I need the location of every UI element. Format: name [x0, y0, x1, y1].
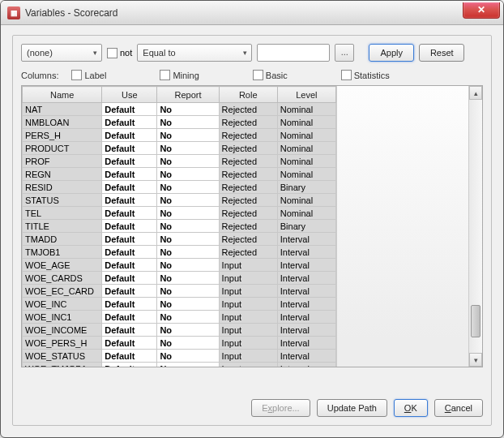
cell-report[interactable]: No	[157, 194, 219, 207]
table-row[interactable]: WOE_INCOMEDefaultNoInputInterval	[23, 324, 336, 337]
cell-level[interactable]: Nominal	[277, 207, 335, 220]
apply-button[interactable]: Apply	[369, 44, 414, 62]
cell-use[interactable]: Default	[102, 116, 157, 129]
cell-name[interactable]: RESID	[23, 181, 102, 194]
cell-level[interactable]: Nominal	[277, 129, 335, 142]
cell-name[interactable]: WOE_STATUS	[23, 350, 102, 363]
cell-role[interactable]: Input	[219, 363, 277, 367]
cell-report[interactable]: No	[157, 168, 219, 181]
cell-name[interactable]: PROF	[23, 155, 102, 168]
table-row[interactable]: PERS_HDefaultNoRejectedNominal	[23, 129, 336, 142]
close-button[interactable]: ✕	[463, 2, 500, 19]
cell-name[interactable]: TEL	[23, 207, 102, 220]
cell-report[interactable]: No	[157, 103, 219, 116]
cell-level[interactable]: Nominal	[277, 194, 335, 207]
cell-role[interactable]: Input	[219, 285, 277, 298]
cell-name[interactable]: PRODUCT	[23, 142, 102, 155]
cell-use[interactable]: Default	[102, 350, 157, 363]
cell-role[interactable]: Input	[219, 311, 277, 324]
cell-name[interactable]: WOE_EC_CARD	[23, 285, 102, 298]
table-row[interactable]: WOE_INCDefaultNoInputInterval	[23, 298, 336, 311]
cell-level[interactable]: Interval	[277, 350, 335, 363]
table-row[interactable]: WOE_CARDSDefaultNoInputInterval	[23, 272, 336, 285]
cell-use[interactable]: Default	[102, 363, 157, 367]
cell-name[interactable]: WOE_AGE	[23, 259, 102, 272]
cell-report[interactable]: No	[157, 155, 219, 168]
cell-level[interactable]: Nominal	[277, 116, 335, 129]
label-checkbox[interactable]	[71, 70, 82, 80]
cell-name[interactable]: WOE_INC	[23, 298, 102, 311]
cell-role[interactable]: Rejected	[219, 103, 277, 116]
cell-use[interactable]: Default	[102, 311, 157, 324]
browse-button[interactable]: ...	[335, 44, 354, 62]
cell-level[interactable]: Interval	[277, 324, 335, 337]
cell-use[interactable]: Default	[102, 194, 157, 207]
not-checkbox[interactable]	[107, 48, 117, 58]
col-header-role[interactable]: Role	[219, 87, 277, 103]
cell-use[interactable]: Default	[102, 142, 157, 155]
not-checkbox-label[interactable]: not	[107, 48, 132, 58]
cell-report[interactable]: No	[157, 311, 219, 324]
col-header-use[interactable]: Use	[102, 87, 157, 103]
cell-report[interactable]: No	[157, 324, 219, 337]
table-row[interactable]: NATDefaultNoRejectedNominal	[23, 103, 336, 116]
scroll-down-icon[interactable]: ▾	[469, 353, 482, 367]
cell-role[interactable]: Rejected	[219, 246, 277, 259]
cell-role[interactable]: Rejected	[219, 116, 277, 129]
cell-use[interactable]: Default	[102, 103, 157, 116]
cell-use[interactable]: Default	[102, 285, 157, 298]
cell-level[interactable]: Interval	[277, 246, 335, 259]
cell-role[interactable]: Rejected	[219, 194, 277, 207]
basic-checkbox[interactable]	[253, 70, 263, 80]
cell-level[interactable]: Binary	[277, 220, 335, 233]
cell-report[interactable]: No	[157, 116, 219, 129]
cell-name[interactable]: WOE_INCOME	[23, 324, 102, 337]
table-row[interactable]: PRODUCTDefaultNoRejectedNominal	[23, 142, 336, 155]
cell-level[interactable]: Interval	[277, 272, 335, 285]
cell-name[interactable]: TMJOB1	[23, 246, 102, 259]
table-row[interactable]: PROFDefaultNoRejectedNominal	[23, 155, 336, 168]
cell-name[interactable]: PERS_H	[23, 129, 102, 142]
cell-use[interactable]: Default	[102, 220, 157, 233]
cell-use[interactable]: Default	[102, 337, 157, 350]
cell-role[interactable]: Input	[219, 350, 277, 363]
cell-role[interactable]: Rejected	[219, 233, 277, 246]
cell-level[interactable]: Interval	[277, 363, 335, 367]
variables-table[interactable]: Name Use Report Role Level NATDefaultNoR…	[22, 86, 336, 367]
cell-name[interactable]: REGN	[23, 168, 102, 181]
cell-use[interactable]: Default	[102, 233, 157, 246]
variable-selector[interactable]: (none)	[21, 44, 102, 62]
cell-role[interactable]: Rejected	[219, 207, 277, 220]
table-row[interactable]: RESIDDefaultNoRejectedBinary	[23, 181, 336, 194]
cell-report[interactable]: No	[157, 233, 219, 246]
cell-level[interactable]: Nominal	[277, 168, 335, 181]
titlebar[interactable]: ▦ Variables - Scorecard ✕	[1, 1, 503, 25]
cancel-button[interactable]: Cancel	[434, 399, 483, 417]
col-header-level[interactable]: Level	[277, 87, 335, 103]
cell-report[interactable]: No	[157, 272, 219, 285]
cell-role[interactable]: Rejected	[219, 129, 277, 142]
cell-use[interactable]: Default	[102, 168, 157, 181]
cell-report[interactable]: No	[157, 259, 219, 272]
cell-use[interactable]: Default	[102, 129, 157, 142]
cell-use[interactable]: Default	[102, 181, 157, 194]
cell-use[interactable]: Default	[102, 298, 157, 311]
cell-level[interactable]: Interval	[277, 259, 335, 272]
filter-value-input[interactable]	[257, 44, 330, 62]
cell-report[interactable]: No	[157, 246, 219, 259]
table-row[interactable]: TMADDDefaultNoRejectedInterval	[23, 233, 336, 246]
scroll-thumb[interactable]	[471, 305, 481, 337]
table-row[interactable]: REGNDefaultNoRejectedNominal	[23, 168, 336, 181]
table-row[interactable]: STATUSDefaultNoRejectedNominal	[23, 194, 336, 207]
cell-role[interactable]: Input	[219, 324, 277, 337]
table-row[interactable]: WOE_EC_CARDDefaultNoInputInterval	[23, 285, 336, 298]
cell-use[interactable]: Default	[102, 207, 157, 220]
cell-role[interactable]: Input	[219, 298, 277, 311]
cell-report[interactable]: No	[157, 285, 219, 298]
cell-name[interactable]: TITLE	[23, 220, 102, 233]
col-header-name[interactable]: Name	[23, 87, 102, 103]
cell-role[interactable]: Rejected	[219, 155, 277, 168]
cell-use[interactable]: Default	[102, 259, 157, 272]
cell-name[interactable]: WOE_TMJOB1	[23, 363, 102, 367]
scroll-up-icon[interactable]: ▴	[469, 86, 482, 100]
